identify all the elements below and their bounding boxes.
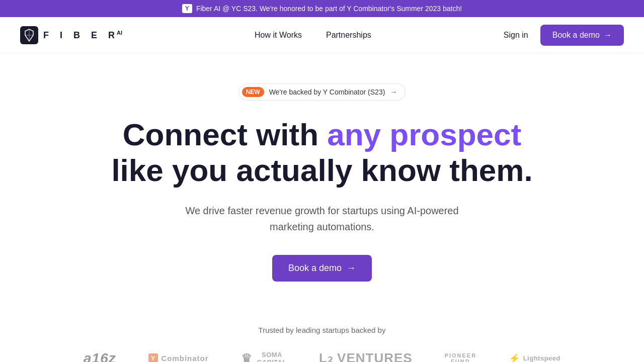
- headline-start: Connect with: [123, 117, 327, 152]
- hero-book-demo-label: Book a demo: [288, 263, 342, 274]
- logo[interactable]: F I B E RAI: [20, 26, 122, 44]
- lightspeed-logo: ⚡ Lightspeed: [509, 353, 560, 362]
- hero-section: NEW We're backed by Y Combinator (S23) →…: [0, 53, 644, 302]
- logo-text: F I B E RAI: [43, 30, 122, 41]
- trusted-section: Trusted by leading startups backed by a1…: [0, 302, 644, 362]
- hero-subtitle: We drive faster revenue growth for start…: [181, 203, 463, 235]
- new-badge: NEW: [242, 87, 264, 97]
- hero-book-demo-arrow: →: [347, 263, 356, 274]
- nav-links: How it Works Partnerships: [255, 31, 371, 40]
- logo-symbol: [20, 26, 38, 44]
- nav-how-it-works[interactable]: How it Works: [255, 31, 302, 40]
- partner-logos: a16z Y Combinator ♛ SOMACAPITAL L₂ VENTU…: [20, 350, 624, 362]
- nav-book-demo-label: Book a demo: [552, 31, 600, 40]
- yc-logo: Y Combinator: [148, 353, 209, 362]
- yc-backed-badge[interactable]: NEW We're backed by Y Combinator (S23) →: [238, 83, 406, 101]
- sign-in-link[interactable]: Sign in: [504, 31, 528, 40]
- hero-book-demo-button[interactable]: Book a demo →: [272, 255, 372, 282]
- soma-capital-logo: ♛ SOMACAPITAL: [241, 351, 287, 362]
- nav-actions: Sign in Book a demo →: [504, 25, 624, 46]
- nav-partnerships[interactable]: Partnerships: [326, 31, 371, 40]
- pioneer-fund-logo: PIONEERFUND: [445, 352, 477, 362]
- yc-badge-text: We're backed by Y Combinator (S23): [269, 88, 385, 96]
- a16z-logo: a16z: [84, 350, 116, 362]
- announcement-banner: Y Fiber AI @ YC S23. We're honored to be…: [0, 0, 644, 17]
- headline-end: like you actually know them.: [111, 153, 532, 188]
- hero-headline: Connect with any prospect like you actua…: [20, 117, 624, 189]
- logo-ai: AI: [117, 30, 122, 36]
- nav-book-demo-button[interactable]: Book a demo →: [540, 25, 624, 46]
- trusted-label: Trusted by leading startups backed by: [20, 326, 624, 334]
- banner-text: Fiber AI @ YC S23. We're honored to be p…: [196, 5, 462, 13]
- navbar: F I B E RAI How it Works Partnerships Si…: [0, 17, 644, 53]
- nav-book-demo-arrow: →: [604, 31, 612, 40]
- yc-badge-arrow: →: [390, 88, 397, 96]
- l2-ventures-logo: L₂ VENTURES: [319, 350, 413, 362]
- headline-highlight: any prospect: [327, 117, 521, 152]
- yc-badge-icon: Y: [182, 4, 192, 13]
